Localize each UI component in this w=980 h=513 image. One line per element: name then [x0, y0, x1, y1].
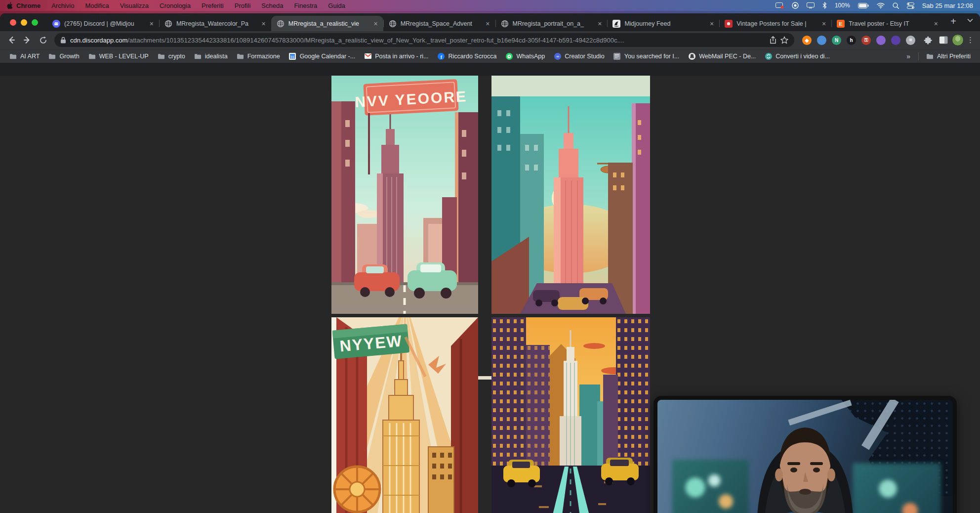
- tab-search-chevron-icon[interactable]: [967, 15, 973, 24]
- macos-menubar: ChromeArchivioModificaVisualizzaCronolog…: [0, 0, 980, 11]
- bookmark-crypto[interactable]: crypto: [153, 51, 190, 61]
- whatsapp-favicon-icon: [506, 52, 513, 60]
- menu-preferiti[interactable]: Preferiti: [202, 2, 224, 9]
- bookmark-google-calendar[interactable]: 31Google Calendar -...: [285, 51, 360, 61]
- folder-icon: [194, 52, 202, 60]
- menu-visualizza[interactable]: Visualizza: [120, 2, 149, 9]
- extensions-row: ◆Nh⚿⌗: [798, 36, 919, 45]
- poster-new-york-sunset[interactable]: [491, 76, 650, 314]
- bookmark-label: AI ART: [20, 53, 40, 60]
- bookmark-riccardo-scrocca[interactable]: fRiccardo Scrocca: [433, 51, 501, 61]
- chrome-menu-icon[interactable]: ⋮: [965, 36, 976, 44]
- bookmark-whatsapp[interactable]: WhatsApp: [501, 51, 550, 61]
- lock-icon[interactable]: [60, 37, 66, 43]
- tab-close-icon[interactable]: ×: [149, 19, 155, 28]
- menu-chrome[interactable]: Chrome: [16, 2, 41, 9]
- menu-archivio[interactable]: Archivio: [51, 2, 74, 9]
- close-window-button[interactable]: [10, 19, 16, 26]
- folder-icon: [158, 52, 165, 60]
- purple-extension-icon[interactable]: [876, 36, 886, 45]
- tab-label: MRregista_Watercolor_Pa: [176, 20, 257, 27]
- red-key-extension-icon[interactable]: ⚿: [861, 36, 871, 45]
- honey-extension-icon[interactable]: h: [847, 36, 856, 45]
- tab-7[interactable]: Vintage Posters for Sale |×: [719, 16, 831, 31]
- bookmark-label: Creator Studio: [565, 53, 605, 60]
- bookmark-ai-art[interactable]: AI ART: [5, 51, 44, 61]
- midjourney-favicon-icon: [612, 20, 620, 28]
- zoom-window-button[interactable]: [32, 19, 38, 26]
- apple-icon[interactable]: [7, 2, 13, 9]
- forward-button[interactable]: [20, 33, 35, 47]
- menubar-status-area: 100% Sab 25 mar 12:08: [776, 2, 973, 9]
- profile-avatar[interactable]: [952, 34, 964, 46]
- bookmark-star-icon[interactable]: [780, 36, 788, 44]
- menu-finestra[interactable]: Finestra: [294, 2, 317, 9]
- bookmark-converti-i-video-di[interactable]: Converti i video di...: [760, 51, 834, 61]
- tab-close-icon[interactable]: ×: [372, 19, 378, 28]
- menu-modifica[interactable]: Modifica: [85, 2, 109, 9]
- tab-1[interactable]: (2765) Discord | @Midjou×: [47, 16, 159, 31]
- bookmark-webmail-pec-de[interactable]: WebMail PEC - De...: [684, 51, 760, 61]
- tab-close-icon[interactable]: ×: [597, 19, 603, 28]
- facebook-favicon-icon: f: [438, 52, 445, 60]
- tab-close-icon[interactable]: ×: [261, 19, 267, 28]
- tab-6[interactable]: Midjourney Feed×: [607, 16, 719, 31]
- tab-close-icon[interactable]: ×: [933, 19, 939, 28]
- grid-extension-icon[interactable]: ⌗: [906, 36, 915, 45]
- image-viewer-page: NVV YEOORE: [0, 76, 980, 513]
- wifi-icon[interactable]: [877, 2, 885, 8]
- violet-extension-icon[interactable]: [891, 36, 900, 45]
- share-icon[interactable]: [770, 36, 776, 44]
- tab-4[interactable]: MRregista_Space_Advent×: [383, 16, 495, 31]
- display-icon[interactable]: [807, 2, 815, 8]
- menu-scheda[interactable]: Scheda: [261, 2, 283, 9]
- control-center-icon[interactable]: [907, 2, 914, 9]
- blue-extension-icon[interactable]: [817, 36, 826, 45]
- url-text[interactable]: cdn.discordapp.com/attachments/101351233…: [70, 37, 766, 44]
- tab-2[interactable]: MRregista_Watercolor_Pa×: [159, 16, 271, 31]
- menu-guida[interactable]: Guida: [328, 2, 345, 9]
- record-icon[interactable]: [792, 2, 799, 9]
- menu-cronologia[interactable]: Cronologia: [160, 2, 191, 9]
- tab-close-icon[interactable]: ×: [821, 19, 827, 28]
- bookmark-you-searched-for-i[interactable]: You searched for I...: [609, 51, 684, 61]
- bookmark-idealista[interactable]: idealista: [190, 51, 232, 61]
- reload-button[interactable]: [36, 33, 50, 47]
- tab-8[interactable]: ETravel poster - Etsy IT×: [831, 16, 943, 31]
- menu-profili[interactable]: Profili: [235, 2, 251, 9]
- bookmark-growth[interactable]: Growth: [44, 51, 83, 61]
- green-n-extension-icon[interactable]: N: [832, 36, 841, 45]
- poster-taxi-street[interactable]: [491, 317, 650, 513]
- side-panel-icon[interactable]: [936, 33, 951, 47]
- chrome-window: (2765) Discord | @Midjou×MRregista_Water…: [0, 13, 980, 513]
- battery-icon[interactable]: [858, 3, 869, 8]
- tab-close-icon[interactable]: ×: [485, 19, 490, 28]
- globe-favicon-icon: [164, 20, 172, 28]
- spotlight-icon[interactable]: [893, 2, 899, 9]
- new-tab-button[interactable]: +: [946, 16, 960, 27]
- bookmarks-overflow-chevron[interactable]: »: [901, 52, 915, 60]
- address-bar[interactable]: cdn.discordapp.com/attachments/101351233…: [54, 33, 794, 47]
- metamask-extension-icon[interactable]: ◆: [802, 36, 812, 45]
- bookmark-web-level-up[interactable]: WEB - LEVEL-UP: [84, 51, 153, 61]
- bookmark-label: Google Calendar -...: [300, 53, 356, 60]
- bluetooth-icon[interactable]: [822, 2, 827, 9]
- tab-3[interactable]: MRregista_a_realistic_vie×: [271, 16, 383, 31]
- poster-nyyew-sunburst[interactable]: NYYEW: [331, 317, 478, 513]
- tab-strip: (2765) Discord | @Midjou×MRregista_Water…: [0, 13, 980, 31]
- menubar-clock[interactable]: Sab 25 mar 12:08: [922, 2, 973, 9]
- tab-close-icon[interactable]: ×: [709, 19, 715, 28]
- other-favorites[interactable]: Altri Preferiti: [922, 51, 975, 61]
- svg-text:31: 31: [290, 54, 295, 59]
- tab-5[interactable]: MRregista_portrait_on_a_×: [495, 16, 608, 31]
- bookmark-posta-in-arrivo-ri[interactable]: Posta in arrivo - ri...: [360, 51, 433, 61]
- poster-new-york-pink[interactable]: NVV YEOORE: [331, 76, 478, 314]
- bookmark-creator-studio[interactable]: ∞Creator Studio: [549, 51, 609, 61]
- minimize-window-button[interactable]: [21, 19, 27, 26]
- tab-label: MRregista_Space_Advent: [401, 20, 481, 27]
- extensions-puzzle-icon[interactable]: [920, 33, 935, 47]
- back-button[interactable]: [4, 33, 19, 47]
- screen-mirroring-icon[interactable]: [776, 2, 784, 9]
- bookmark-formazione[interactable]: Formazione: [232, 51, 285, 61]
- gmail-favicon-icon: [364, 52, 371, 60]
